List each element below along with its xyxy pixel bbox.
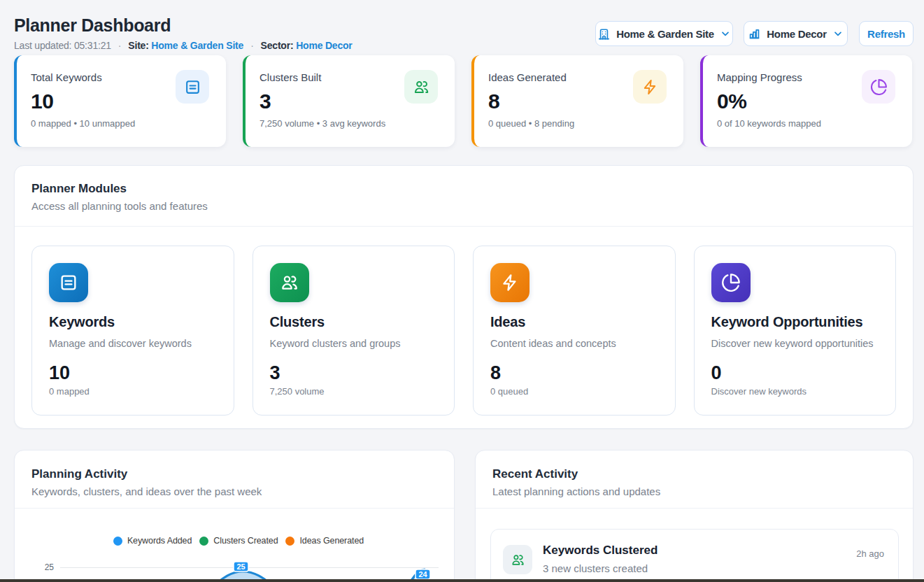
svg-text:25: 25 [236, 562, 245, 571]
svg-text:25: 25 [45, 562, 55, 572]
svg-text:24: 24 [418, 570, 427, 579]
